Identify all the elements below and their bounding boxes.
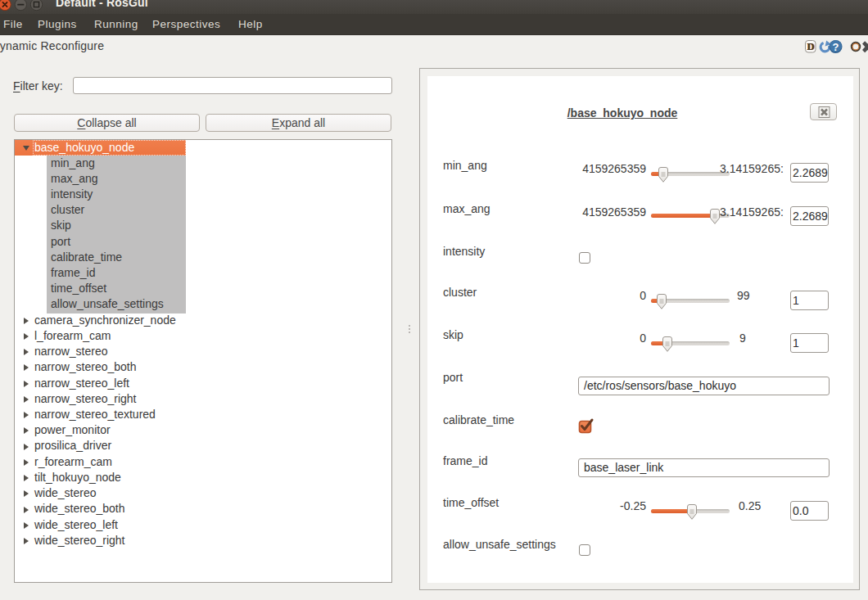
svg-text:D: D [807, 41, 814, 52]
svg-text:?: ? [833, 41, 839, 53]
